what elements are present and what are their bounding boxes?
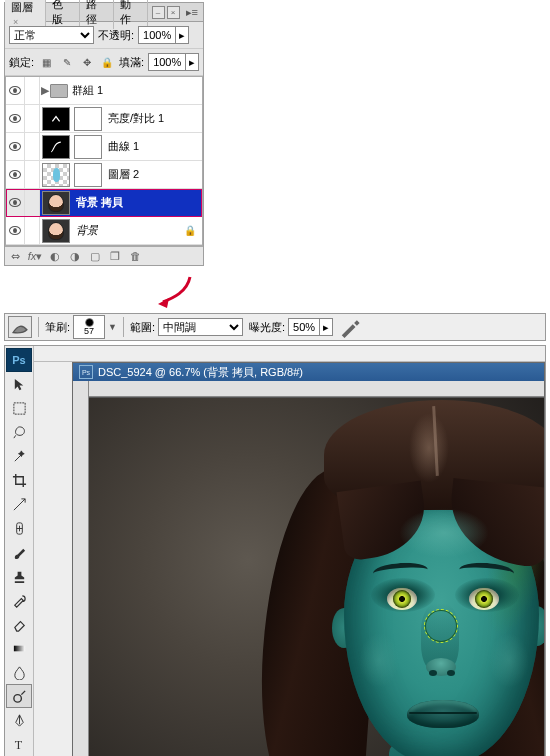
tab-paths[interactable]: 路徑 (80, 0, 114, 29)
layer-row[interactable]: 圖層 2 (6, 161, 202, 189)
layer-thumb (42, 163, 70, 187)
chevron-right-icon[interactable]: ▸ (319, 319, 332, 335)
tool-preset-icon[interactable] (8, 316, 32, 338)
crop-tool[interactable] (6, 468, 32, 492)
layer-style-icon[interactable]: fx▾ (28, 250, 42, 263)
layer-thumb (42, 107, 70, 131)
layer-name: 圖層 2 (104, 167, 139, 182)
brush-picker[interactable]: 57 (73, 315, 105, 339)
dodge-tool[interactable] (6, 684, 32, 708)
brush-cursor-icon (424, 609, 458, 643)
mask-thumb (74, 163, 102, 187)
brush-tool[interactable] (6, 540, 32, 564)
svg-rect-0 (50, 113, 62, 125)
document-titlebar[interactable]: Ps DSC_5924 @ 66.7% (背景 拷貝, RGB/8#) (73, 363, 544, 381)
svg-text:T: T (14, 738, 22, 752)
canvas[interactable] (89, 397, 544, 756)
delete-layer-icon[interactable]: 🗑 (128, 250, 142, 262)
exposure-input[interactable]: 50%▸ (288, 318, 333, 336)
new-group-icon[interactable]: ▢ (88, 250, 102, 263)
annotation-arrow-icon (155, 274, 195, 309)
move-tool[interactable] (6, 372, 32, 396)
photo-content (89, 398, 544, 756)
adjustment-layer-icon[interactable]: ◑ (68, 250, 82, 263)
visibility-toggle[interactable] (6, 189, 25, 216)
lock-transparent-icon[interactable]: ▦ (38, 54, 55, 71)
document-title: DSC_5924 @ 66.7% (背景 拷貝, RGB/8#) (98, 365, 303, 380)
svg-point-5 (13, 694, 21, 702)
type-tool[interactable]: T (6, 732, 32, 756)
lock-label: 鎖定: (9, 55, 34, 70)
healing-tool[interactable] (6, 516, 32, 540)
link-layers-icon[interactable]: ⇔ (8, 250, 22, 263)
opacity-input[interactable]: 100%▸ (138, 26, 189, 44)
tab-actions[interactable]: 動作 (114, 0, 148, 29)
pen-tool[interactable] (6, 708, 32, 732)
svg-rect-4 (13, 645, 24, 651)
mask-thumb (74, 135, 102, 159)
options-bar: 筆刷: 57 ▼ 範圍: 中間調 曝光度: 50%▸ (4, 313, 546, 341)
visibility-toggle[interactable] (6, 105, 25, 132)
layer-mask-icon[interactable]: ◐ (48, 250, 62, 263)
close-panel-icon[interactable]: × (167, 6, 180, 19)
layer-row[interactable]: 曲線 1 (6, 133, 202, 161)
eye-icon (9, 114, 21, 123)
chevron-right-icon[interactable]: ▸ (175, 27, 188, 43)
layer-name: 亮度/對比 1 (104, 111, 164, 126)
tool-strip: Ps T (5, 346, 34, 756)
visibility-toggle[interactable] (6, 217, 25, 244)
slice-tool[interactable] (6, 492, 32, 516)
layers-panel: 圖層× 色版 路徑 動作 – × ▸≡ 正常 不透明: 100%▸ 鎖定: ▦ … (4, 2, 204, 266)
range-label: 範圍: (130, 320, 155, 335)
airbrush-icon[interactable] (339, 317, 361, 337)
disclosure-icon[interactable]: ▶ (40, 84, 50, 97)
spacer (34, 346, 545, 362)
stamp-tool[interactable] (6, 564, 32, 588)
new-layer-icon[interactable]: ❐ (108, 250, 122, 263)
visibility-toggle[interactable] (6, 77, 25, 104)
opacity-label: 不透明: (98, 28, 134, 43)
brush-label: 筆刷: (45, 320, 70, 335)
panel-menu-icon[interactable]: ▸≡ (181, 6, 203, 19)
visibility-toggle[interactable] (6, 133, 25, 160)
tab-channels[interactable]: 色版 (46, 0, 80, 29)
fill-input[interactable]: 100%▸ (148, 53, 199, 71)
range-select[interactable]: 中間調 (158, 318, 243, 336)
mask-thumb (74, 107, 102, 131)
eye-icon (9, 226, 21, 235)
lock-fill-row: 鎖定: ▦ ✎ ✥ 🔒 填滿: 100%▸ (5, 49, 203, 76)
layer-name: 群組 1 (68, 83, 103, 98)
layer-row-selected[interactable]: 背景 拷貝 (6, 189, 202, 217)
lasso-tool[interactable] (6, 420, 32, 444)
wand-tool[interactable] (6, 444, 32, 468)
marquee-tool[interactable] (6, 396, 32, 420)
lock-all-icon[interactable]: 🔒 (98, 54, 115, 71)
gradient-tool[interactable] (6, 636, 32, 660)
lock-icon: 🔒 (184, 225, 196, 236)
close-icon[interactable]: × (13, 17, 18, 27)
blend-mode-select[interactable]: 正常 (9, 26, 94, 44)
tab-layers[interactable]: 圖層× (5, 0, 46, 29)
chevron-right-icon[interactable]: ▸ (185, 54, 198, 70)
lock-options: ▦ ✎ ✥ 🔒 (38, 54, 115, 71)
layer-row[interactable]: 背景 🔒 (6, 217, 202, 245)
minimize-icon[interactable]: – (152, 6, 165, 19)
layer-thumb (42, 219, 70, 243)
layer-name: 背景 拷貝 (72, 195, 123, 210)
chevron-down-icon[interactable]: ▼ (108, 322, 117, 332)
ps-logo-icon: Ps (6, 348, 32, 372)
history-brush-tool[interactable] (6, 588, 32, 612)
document-window: Ps DSC_5924 @ 66.7% (背景 拷貝, RGB/8#) (72, 362, 545, 756)
layer-row[interactable]: ▶ 群組 1 (6, 77, 202, 105)
lock-position-icon[interactable]: ✥ (78, 54, 95, 71)
visibility-toggle[interactable] (6, 161, 25, 188)
brush-size: 57 (84, 327, 94, 336)
layer-row[interactable]: 亮度/對比 1 (6, 105, 202, 133)
lock-pixels-icon[interactable]: ✎ (58, 54, 75, 71)
ruler-vertical (73, 381, 89, 756)
blur-tool[interactable] (6, 660, 32, 684)
eraser-tool[interactable] (6, 612, 32, 636)
exposure-label: 曝光度: (249, 320, 285, 335)
layer-name: 曲線 1 (104, 139, 139, 154)
ruler-horizontal (89, 381, 544, 397)
